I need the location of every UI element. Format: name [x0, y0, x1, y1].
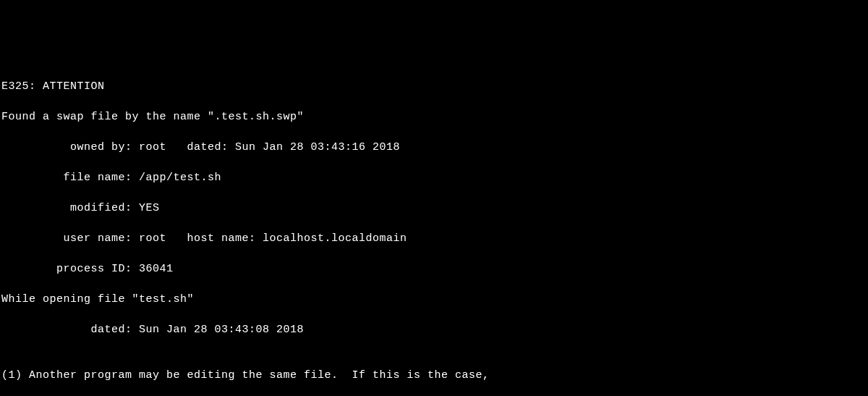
warning-1-line-1: (1) Another program may be editing the s…	[1, 368, 867, 383]
modified-line: modified: YES	[1, 201, 867, 216]
dated-line: dated: Sun Jan 28 03:43:08 2018	[1, 322, 867, 337]
owned-by-line: owned by: root dated: Sun Jan 28 03:43:1…	[1, 140, 867, 155]
terminal-output[interactable]: E325: ATTENTION Found a swap file by the…	[1, 64, 867, 396]
error-header: E325: ATTENTION	[1, 79, 867, 94]
swap-file-found: Found a swap file by the name ".test.sh.…	[1, 109, 867, 125]
process-id-line: process ID: 36041	[1, 261, 867, 277]
file-name-line: file name: /app/test.sh	[1, 170, 867, 185]
user-name-line: user name: root host name: localhost.loc…	[1, 231, 867, 246]
while-opening-line: While opening file "test.sh"	[1, 292, 867, 307]
